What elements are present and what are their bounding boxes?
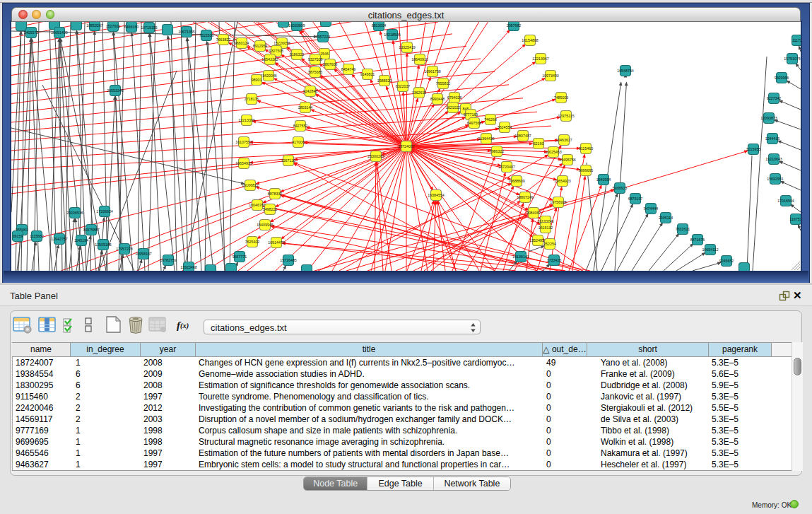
svg-text:3624554: 3624554 xyxy=(498,125,512,129)
svg-text:16548764: 16548764 xyxy=(617,69,634,73)
svg-text:9657771: 9657771 xyxy=(233,255,247,259)
svg-text:39159: 39159 xyxy=(13,234,23,238)
svg-text:1640954: 1640954 xyxy=(596,177,611,182)
svg-text:10463627: 10463627 xyxy=(555,138,572,142)
svg-text:8813054: 8813054 xyxy=(372,23,387,28)
svg-text:12942757: 12942757 xyxy=(51,237,68,241)
svg-text:16033809: 16033809 xyxy=(288,23,305,28)
svg-text:20691406: 20691406 xyxy=(51,30,68,35)
svg-text:16782759: 16782759 xyxy=(160,258,177,262)
svg-text:21364436: 21364436 xyxy=(478,136,495,141)
svg-text:10958107: 10958107 xyxy=(135,252,152,256)
svg-text:417006: 417006 xyxy=(292,140,305,144)
svg-text:9660124: 9660124 xyxy=(235,41,249,45)
svg-text:10025453: 10025453 xyxy=(545,150,562,154)
svg-text:25300203: 25300203 xyxy=(367,154,384,158)
svg-text:98901: 98901 xyxy=(252,78,262,82)
svg-text:12923468: 12923468 xyxy=(180,265,197,269)
svg-text:1546: 1546 xyxy=(320,52,329,56)
svg-text:16107553: 16107553 xyxy=(235,140,252,144)
svg-text:1362615: 1362615 xyxy=(412,90,427,95)
svg-text:10719155: 10719155 xyxy=(141,25,158,30)
svg-text:8912954: 8912954 xyxy=(253,44,268,48)
svg-text:23420046: 23420046 xyxy=(260,74,277,78)
svg-text:1733426: 1733426 xyxy=(547,258,562,262)
svg-text:9777169: 9777169 xyxy=(464,112,478,117)
svg-text:7663822: 7663822 xyxy=(216,37,231,42)
svg-text:9474444: 9474444 xyxy=(644,206,659,211)
svg-text:7485003: 7485003 xyxy=(554,95,569,100)
svg-text:19654923: 19654923 xyxy=(554,179,571,183)
svg-text:6322037: 6322037 xyxy=(396,84,411,88)
svg-text:10973493: 10973493 xyxy=(542,74,559,78)
svg-text:746266: 746266 xyxy=(484,117,497,122)
svg-text:9115460: 9115460 xyxy=(579,146,593,151)
svg-text:9084067: 9084067 xyxy=(526,211,541,215)
svg-text:9327508: 9327508 xyxy=(308,57,323,62)
svg-text:10671355: 10671355 xyxy=(178,30,195,34)
svg-text:62160: 62160 xyxy=(534,141,544,146)
svg-text:1615132: 1615132 xyxy=(539,226,553,230)
svg-text:18807249: 18807249 xyxy=(517,195,534,199)
svg-text:15495756: 15495756 xyxy=(559,158,576,162)
svg-text:9245652: 9245652 xyxy=(719,259,734,263)
svg-text:2803144: 2803144 xyxy=(298,105,313,110)
svg-text:16914479: 16914479 xyxy=(268,240,285,245)
svg-text:9329966: 9329966 xyxy=(775,76,789,80)
svg-text:15226058: 15226058 xyxy=(273,41,290,45)
svg-text:1115682: 1115682 xyxy=(30,234,44,238)
svg-text:9327505: 9327505 xyxy=(269,49,284,53)
svg-text:19166822: 19166822 xyxy=(242,183,259,187)
svg-text:14136141: 14136141 xyxy=(512,255,529,259)
svg-text:9146821: 9146821 xyxy=(360,72,375,76)
svg-text:8990448: 8990448 xyxy=(430,97,445,101)
svg-text:19384554: 19384554 xyxy=(428,193,445,197)
svg-text:15716485: 15716485 xyxy=(280,258,297,262)
svg-text:16154808: 16154808 xyxy=(522,38,539,42)
svg-text:15409945: 15409945 xyxy=(257,223,273,227)
svg-text:19654933: 19654933 xyxy=(235,161,252,165)
svg-text:18724007: 18724007 xyxy=(398,144,415,148)
svg-text:8186323: 8186323 xyxy=(290,52,305,57)
svg-text:9227342: 9227342 xyxy=(767,96,782,100)
svg-text:1621022: 1621022 xyxy=(446,105,461,110)
svg-text:(x): (x) xyxy=(180,322,189,330)
svg-text:1244415: 1244415 xyxy=(765,136,780,141)
svg-text:9699695: 9699695 xyxy=(579,168,594,173)
svg-text:5938923: 5938923 xyxy=(613,186,628,190)
svg-text:15720407: 15720407 xyxy=(498,165,515,169)
svg-text:2935114: 2935114 xyxy=(659,216,673,220)
svg-text:16543382: 16543382 xyxy=(261,57,278,62)
svg-text:19756928: 19756928 xyxy=(550,200,567,204)
svg-text:12975115: 12975115 xyxy=(558,114,574,118)
svg-text:15751074: 15751074 xyxy=(784,57,801,61)
svg-text:12213369: 12213369 xyxy=(238,118,255,122)
svg-text:20206536: 20206536 xyxy=(66,211,83,215)
svg-text:13325419: 13325419 xyxy=(399,45,416,49)
svg-text:8878332: 8878332 xyxy=(268,192,283,196)
svg-text:7632621: 7632621 xyxy=(676,227,690,231)
svg-text:3267130: 3267130 xyxy=(281,158,296,163)
svg-text:9242848: 9242848 xyxy=(303,89,318,93)
svg-text:3215955: 3215955 xyxy=(746,147,761,151)
svg-text:8471676: 8471676 xyxy=(690,238,705,242)
svg-text:7986322: 7986322 xyxy=(490,149,505,153)
svg-text:252254: 252254 xyxy=(543,242,556,246)
svg-text:20053346: 20053346 xyxy=(107,88,124,93)
svg-text:2718176: 2718176 xyxy=(245,97,259,101)
svg-text:7515526: 7515526 xyxy=(199,33,214,37)
svg-text:6879197: 6879197 xyxy=(628,197,643,201)
svg-text:10654112: 10654112 xyxy=(702,247,718,252)
svg-text:10807487: 10807487 xyxy=(514,134,531,138)
svg-text:7957224: 7957224 xyxy=(316,35,331,39)
svg-text:16210643: 16210643 xyxy=(765,157,782,161)
svg-text:1145194: 1145194 xyxy=(74,238,88,243)
svg-text:1588520: 1588520 xyxy=(377,78,392,83)
svg-text:3875685: 3875685 xyxy=(308,70,323,74)
svg-text:16961758: 16961758 xyxy=(424,69,441,74)
svg-text:6466160: 6466160 xyxy=(124,25,139,29)
svg-text:11172: 11172 xyxy=(792,38,801,42)
svg-text:2867608: 2867608 xyxy=(323,62,338,66)
svg-text:17339924: 17339924 xyxy=(96,209,113,214)
svg-text:8427552: 8427552 xyxy=(293,124,308,128)
